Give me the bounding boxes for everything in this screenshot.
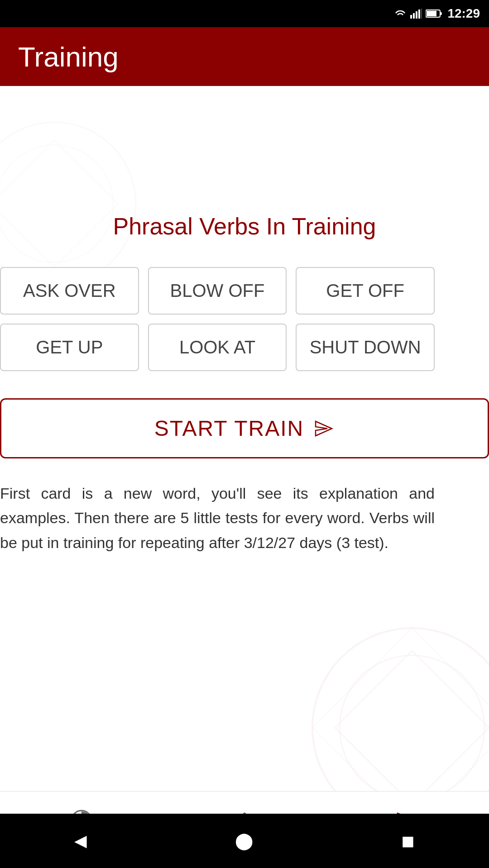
svg-point-11: [340, 655, 484, 800]
main-content: Phrasal Verbs In Training ASK OVER BLOW …: [0, 86, 489, 868]
verb-chip-ask-over[interactable]: ASK OVER: [0, 267, 139, 315]
verb-chip-get-up[interactable]: GET UP: [0, 324, 139, 371]
svg-rect-6: [440, 12, 442, 15]
signal-icon: [410, 9, 422, 19]
status-icons: [394, 9, 442, 19]
status-bar: 12:29: [0, 0, 489, 27]
training-description: First card is a new word, you'll see its…: [0, 481, 435, 555]
system-nav: ◀ ⬤ ◼: [0, 814, 489, 868]
battery-icon: [426, 9, 442, 18]
svg-rect-4: [421, 9, 422, 19]
svg-rect-1: [413, 13, 415, 19]
phrasal-verbs-title: Phrasal Verbs In Training: [0, 213, 489, 240]
verb-chip-blow-off[interactable]: BLOW OFF: [148, 267, 287, 315]
back-button[interactable]: ◀: [74, 831, 87, 850]
send-icon: [313, 418, 335, 439]
verb-chip-get-off[interactable]: GET OFF: [296, 267, 435, 315]
svg-rect-2: [416, 11, 417, 19]
verb-chip-shut-down[interactable]: SHUT DOWN: [296, 324, 435, 371]
app-header: Training: [0, 27, 489, 86]
page-title: Training: [18, 41, 119, 73]
start-train-button[interactable]: START TRAIN: [0, 398, 489, 458]
app-container: 12:29 Training Phrasal Verbs In Training…: [0, 0, 489, 868]
start-train-label: START TRAIN: [154, 416, 304, 441]
status-time: 12:29: [447, 6, 480, 21]
wifi-icon: [394, 9, 407, 19]
svg-rect-3: [418, 10, 420, 19]
verbs-grid: ASK OVER BLOW OFF GET OFF GET UP LOOK AT…: [0, 267, 435, 371]
recent-button[interactable]: ◼: [401, 831, 415, 850]
svg-rect-0: [410, 15, 412, 19]
svg-point-9: [0, 145, 113, 262]
home-button[interactable]: ⬤: [235, 831, 253, 850]
svg-rect-7: [427, 11, 436, 16]
verb-chip-look-at[interactable]: LOOK AT: [148, 324, 287, 371]
